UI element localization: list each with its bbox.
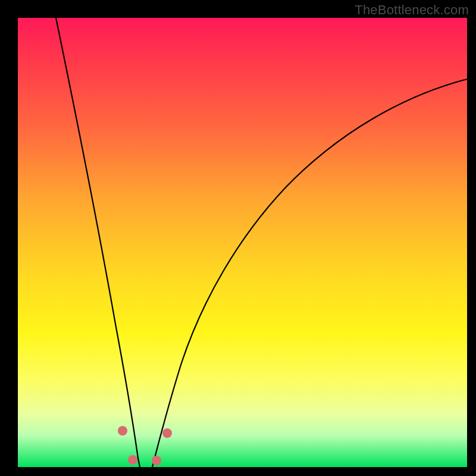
curve-right-branch [152,79,467,467]
right-upper-dot [162,428,172,438]
chart-frame: TheBottleneck.com [0,0,476,476]
plot-area [18,18,467,467]
left-upper-dot [118,426,127,436]
curve-left-branch [56,18,140,467]
right-lower-dot [152,456,161,465]
watermark-text: TheBottleneck.com [355,2,469,18]
marker-dots [118,426,172,465]
bottleneck-curve [18,18,467,467]
left-lower-dot [128,455,137,465]
